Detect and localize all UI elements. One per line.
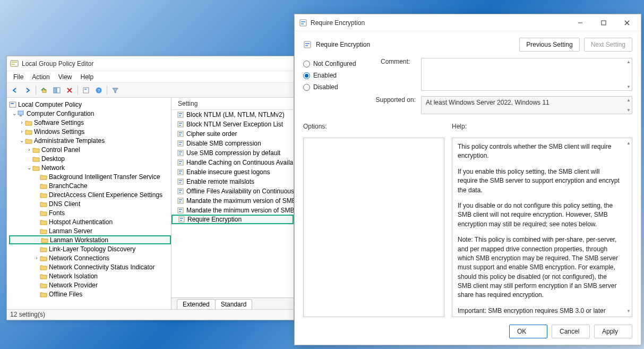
setting-item[interactable]: Use SMB compression by default (171, 148, 294, 158)
setting-item[interactable]: Offline Files Availability on Continuous… (171, 186, 294, 196)
toolbar-delete-icon[interactable] (64, 84, 75, 96)
minimize-button[interactable] (569, 15, 592, 31)
tree-network-child[interactable]: Link-Layer Topology Discovery (9, 244, 171, 253)
toolbar-back-icon[interactable] (9, 84, 21, 96)
ok-button[interactable]: OK (509, 325, 547, 338)
toolbar-separator (107, 86, 107, 95)
tree-network-child[interactable]: Hotspot Authentication (9, 217, 171, 226)
settings-column-header[interactable]: Setting (171, 98, 294, 110)
maximize-button[interactable] (592, 15, 615, 31)
tree-network-child[interactable]: Offline Files (9, 290, 171, 299)
dialog-footer: OK Cancel Apply (303, 317, 632, 338)
setting-item[interactable]: Enable remote mailslots (171, 177, 294, 186)
tree-network-child[interactable]: DirectAccess Client Experience Settings (9, 190, 171, 199)
svg-rect-17 (178, 122, 183, 127)
menu-file[interactable]: File (9, 72, 28, 82)
setting-item[interactable]: Mandate the minimum version of SMB (171, 206, 294, 215)
tree-label: Computer Configuration (27, 110, 94, 117)
expand-toggle-icon[interactable]: ⌄ (19, 138, 25, 143)
toolbar-up-icon[interactable] (38, 84, 50, 96)
expand-toggle-icon[interactable]: ⌄ (11, 110, 18, 116)
scroll-up-icon[interactable]: ▲ (626, 140, 631, 147)
tree-network-child[interactable]: Lanman Server (9, 226, 171, 235)
folder-icon (40, 183, 47, 189)
tree-network-child[interactable]: Background Intelligent Transfer Service (9, 172, 171, 181)
tree-control-panel[interactable]: › Control Panel (9, 145, 171, 154)
scroll-down-icon[interactable]: ▼ (626, 84, 631, 89)
setting-item[interactable]: Mandate the maximum version of SMB (171, 196, 294, 206)
scroll-up-icon[interactable]: ▲ (626, 98, 631, 103)
tab-extended[interactable]: Extended (177, 299, 216, 309)
tree-desktop[interactable]: Desktop (9, 154, 171, 163)
expand-toggle-icon[interactable]: › (19, 129, 25, 134)
tab-standard[interactable]: Standard (215, 299, 253, 309)
menu-action[interactable]: Action (28, 72, 54, 82)
tree-network-child[interactable]: ›Network Connections (9, 253, 171, 262)
setting-item[interactable]: Handle Caching on Continuous Availabili (171, 158, 294, 167)
radio-not-configured[interactable]: Not Configured (303, 60, 371, 67)
tree-network-child[interactable]: BranchCache (9, 181, 171, 190)
setting-item[interactable]: Block NTLM (LM, NTLM, NTLMv2) (171, 110, 294, 120)
expand-toggle-icon[interactable]: › (19, 120, 25, 125)
policy-item-icon (177, 111, 184, 118)
toolbar-properties-icon[interactable] (80, 84, 92, 96)
tree-admin-templates[interactable]: ⌄ Administrative Templates (9, 136, 171, 145)
tree-network-child[interactable]: Lanman Workstation (9, 235, 171, 244)
tree-windows-settings[interactable]: › Windows Settings (9, 127, 171, 136)
expand-toggle-icon (35, 237, 41, 243)
scroll-up-icon[interactable]: ▲ (626, 59, 631, 64)
settings-list[interactable]: Block NTLM (LM, NTLM, NTLMv2)Block NTLM … (171, 110, 294, 297)
toolbar-help-icon[interactable]: ? (93, 84, 105, 96)
setting-item[interactable]: Disable SMB compression (171, 139, 294, 148)
svg-rect-7 (84, 89, 87, 90)
radio-enabled[interactable]: Enabled (303, 72, 371, 79)
expand-toggle-icon[interactable]: › (33, 255, 40, 261)
setting-item[interactable]: Enable insecure guest logons (171, 167, 294, 177)
gpedit-tree[interactable]: Local Computer Policy ⌄ Computer Configu… (7, 98, 171, 309)
help-box[interactable]: ▲ ▼ This policy controls whether the SMB… (452, 138, 632, 317)
tree-network[interactable]: ⌄ Network (9, 163, 171, 172)
cancel-button[interactable]: Cancel (552, 325, 590, 338)
gpedit-statusbar: 12 setting(s) (7, 309, 294, 320)
setting-item[interactable]: Cipher suite order (171, 129, 294, 139)
tree-network-child[interactable]: DNS Client (9, 199, 171, 208)
scroll-down-icon[interactable]: ▼ (626, 308, 631, 314)
tree-network-child[interactable]: Network Provider (9, 280, 171, 290)
expand-toggle-icon[interactable]: › (26, 147, 32, 152)
tree-label: Network Connections (49, 254, 109, 262)
setting-label: Handle Caching on Continuous Availabili (186, 159, 294, 166)
toolbar-show-hide-tree-icon[interactable] (51, 84, 63, 96)
radio-disabled[interactable]: Disabled (303, 83, 371, 91)
svg-rect-45 (179, 209, 182, 210)
tree-network-child[interactable]: Network Connectivity Status Indicator (9, 262, 171, 271)
toolbar-filter-icon[interactable] (109, 84, 121, 96)
previous-setting-button[interactable]: Previous Setting (519, 38, 579, 52)
svg-rect-32 (178, 169, 183, 175)
scroll-down-icon[interactable]: ▼ (626, 108, 631, 113)
tree-label: Lanman Server (49, 227, 92, 235)
tree-label: Control Panel (41, 146, 80, 154)
setting-item[interactable]: Block NTLM Server Exception List (171, 120, 294, 129)
tree-computer-configuration[interactable]: ⌄ Computer Configuration (9, 109, 171, 118)
next-setting-button[interactable]: Next Setting (584, 38, 632, 52)
svg-rect-14 (178, 112, 183, 117)
toolbar-forward-icon[interactable] (22, 84, 33, 96)
options-box[interactable] (303, 138, 444, 317)
menu-help[interactable]: Help (76, 72, 98, 82)
tree-network-child[interactable]: Fonts (9, 208, 171, 217)
expand-toggle-icon[interactable]: ⌄ (26, 165, 32, 171)
comment-textarea[interactable]: ▲ ▼ (421, 58, 632, 91)
menu-view[interactable]: View (54, 72, 76, 82)
setting-label: Disable SMB compression (186, 140, 261, 147)
tree-software-settings[interactable]: › Software Settings (9, 118, 171, 127)
tree-root[interactable]: Local Computer Policy (9, 100, 171, 109)
svg-rect-41 (178, 198, 183, 203)
folder-icon (40, 282, 47, 288)
setting-item[interactable]: Require Encryption (171, 215, 294, 224)
tree-label: BranchCache (49, 182, 88, 190)
apply-button[interactable]: Apply (594, 325, 632, 338)
svg-rect-4 (54, 88, 56, 93)
tree-network-child[interactable]: Network Isolation (9, 271, 171, 280)
policy-dialog-window: Require Encryption Require Encryption Pr… (294, 14, 641, 345)
close-button[interactable] (615, 15, 639, 31)
